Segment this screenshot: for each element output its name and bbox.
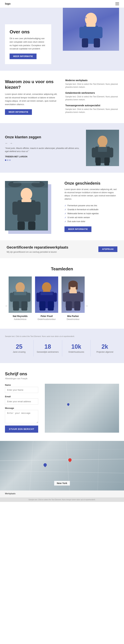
- check-icon-1: ✓: [64, 204, 66, 207]
- contact-heading: Schrijf ons: [5, 371, 119, 376]
- svg-rect-30: [13, 182, 40, 183]
- navbar: logo: [0, 0, 124, 8]
- svg-rect-15: [96, 158, 101, 166]
- certified-appointment-button[interactable]: AFSPRAAK: [98, 246, 118, 252]
- testimonial-dots: [5, 160, 81, 161]
- email-input[interactable]: [5, 398, 38, 404]
- svg-point-23: [22, 189, 31, 199]
- map-background: New York: [0, 441, 124, 490]
- svg-rect-22: [35, 202, 40, 215]
- stats-section: Sample text. Click to select the Text El…: [0, 329, 124, 363]
- certified-heading: Gecertificeerde reparatiewerkplaats: [6, 245, 68, 250]
- svg-point-35: [16, 283, 24, 291]
- stat-number-2: 18: [35, 343, 60, 350]
- feature-text-1: Sample text. Click to select the Text El…: [65, 83, 119, 88]
- stat-item-1: 25 Jaren ervaring: [5, 340, 34, 356]
- svg-rect-25: [18, 222, 25, 230]
- dot-3[interactable]: [9, 160, 10, 161]
- svg-rect-17: [98, 147, 107, 152]
- hamburger-line-2: [116, 4, 119, 4]
- svg-rect-16: [104, 158, 109, 166]
- testimonial-quote: "Amet justo, Mauris efficitur, mauris in…: [5, 147, 81, 153]
- logo[interactable]: logo: [5, 2, 10, 5]
- dot-1[interactable]: [5, 160, 6, 161]
- svg-rect-43: [54, 293, 57, 302]
- feature-title-1: Moderne werkplaats: [65, 79, 119, 82]
- history-checklist: ✓ Fermentum posuere urna nec tinc ✓ Grav…: [64, 204, 119, 224]
- svg-point-44: [43, 283, 50, 291]
- contact-subtext: Afbeeldingen van Freepik: [5, 378, 119, 380]
- message-textarea[interactable]: [5, 410, 38, 423]
- svg-rect-26: [28, 222, 36, 230]
- message-label: Message: [5, 407, 38, 409]
- testimonial-prev-button[interactable]: ←: [5, 142, 8, 145]
- feature-text-2: Sample text. Click to select the Text El…: [65, 95, 119, 101]
- testimonial-author: TRIEBEN MET LARSON: [5, 156, 81, 158]
- why-features: Moderne werkplaats Sample text. Click to…: [65, 79, 119, 114]
- hamburger-menu[interactable]: [116, 2, 119, 5]
- svg-rect-59: [76, 284, 78, 290]
- why-more-button[interactable]: MEER INFORMATIE: [5, 109, 32, 115]
- testimonial-image: [86, 130, 119, 166]
- testimonial-heading: Onze klanten zeggen: [5, 135, 81, 139]
- svg-line-61: [0, 471, 124, 473]
- svg-point-8: [85, 17, 87, 18]
- team-member-role-3: Dieselmonteur: [62, 318, 85, 320]
- team-member-name-3: Mia Parker: [62, 315, 85, 318]
- hero-cta-button[interactable]: MEER INFORMATIE: [10, 54, 36, 59]
- mia-parker-photo: [62, 278, 85, 311]
- svg-point-4: [86, 14, 96, 24]
- svg-rect-24: [22, 199, 32, 202]
- mechanic-hero-photo: [63, 8, 119, 51]
- team-heading: Teamleden: [5, 266, 119, 272]
- svg-rect-33: [10, 293, 13, 302]
- contact-form: Name Email Message STUUR EEN BERICHT: [5, 384, 38, 433]
- testimonial-next-button[interactable]: →: [10, 142, 12, 145]
- dot-2[interactable]: [7, 160, 8, 161]
- checklist-item-2: ✓ Gravida in fermentum et sollicitudin: [64, 208, 119, 212]
- svg-rect-21: [12, 202, 18, 215]
- name-input[interactable]: [5, 387, 38, 393]
- contact-map-small: [45, 384, 119, 433]
- hamburger-line-3: [116, 5, 119, 5]
- stat-item-4: 2k Projecten afgerond: [90, 340, 119, 356]
- svg-rect-48: [40, 292, 53, 295]
- svg-rect-52: [80, 293, 83, 302]
- testimonial-text: Onze klanten zeggen ← → "Amet justo, Mau…: [5, 135, 81, 161]
- stats-grid: 25 Jaren ervaring 18 Geneestijds werknem…: [5, 340, 119, 356]
- svg-rect-20: [17, 200, 36, 222]
- team-prev-button[interactable]: ←: [5, 304, 8, 308]
- history-more-button[interactable]: MEER INFORMATIE: [64, 226, 92, 232]
- form-message-group: Message: [5, 407, 38, 423]
- certified-description: Wij zijn gecertificeerd om uw voertuig p…: [6, 251, 68, 253]
- submit-button[interactable]: STUUR EEN BERICHT: [5, 426, 38, 433]
- history-image-wrap: [5, 181, 60, 230]
- team-card-3: Mia Parker Dieselmonteur: [62, 276, 85, 320]
- svg-rect-11: [92, 148, 96, 158]
- team-next-arrow: →: [85, 289, 88, 308]
- team-cards: Nat Reynolds Autotechnicus: [8, 276, 85, 320]
- feature-text-3: Sample text. Click to select the Text El…: [65, 108, 119, 114]
- svg-line-60: [0, 459, 124, 461]
- history-heading: Onze geschiedenis: [64, 181, 119, 186]
- why-section: Waarom zou u voor ons kiezen? Lorem ipsu…: [0, 71, 124, 123]
- history-main-image: [5, 181, 48, 230]
- hero-image: [63, 8, 119, 51]
- testimonial-mechanic-svg: [90, 133, 115, 166]
- stats-sample-text: Sample text. Click to select the Text El…: [5, 335, 119, 337]
- feature-title-2: Getalenteerde werknemers: [65, 92, 119, 94]
- footer-werkplaats: Werkplaats: [5, 492, 16, 496]
- stat-number-4: 2k: [92, 343, 118, 350]
- stat-item-2: 18 Geneestijds werknemers: [34, 340, 62, 356]
- team-card-2: Peter Pouil Onderhoudsmonteur: [35, 276, 58, 320]
- svg-line-64: [98, 441, 99, 490]
- history-description: Lorem ipsum dolor sit amet, consectetur …: [64, 188, 119, 200]
- stat-item-3: 10k Onderhoudssures: [62, 340, 91, 356]
- stat-label-4: Projecten afgerond: [92, 351, 118, 353]
- footer-note-text: Sample text. Click to select the Text El…: [28, 499, 96, 500]
- team-next-button[interactable]: →: [85, 304, 88, 308]
- history-section: Onze geschiedenis Lorem ipsum dolor sit …: [0, 173, 124, 240]
- svg-rect-56: [74, 301, 80, 310]
- checklist-item-5: ✓ Duis aute irure dolor: [64, 220, 119, 224]
- check-icon-2: ✓: [64, 208, 66, 211]
